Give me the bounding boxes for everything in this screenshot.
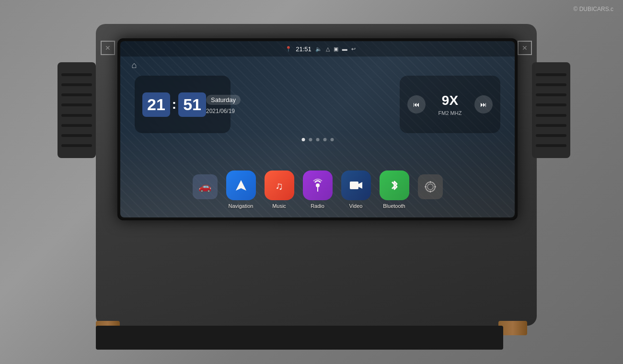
svg-point-7: [427, 184, 433, 190]
screen-outer: 📍 21:51 🔈 △ ▣ ▬ ↩ ⌂ 21 : 51: [117, 38, 518, 220]
home-button[interactable]: ⌂: [127, 58, 141, 72]
apps-row: 🚗 Navigation ♫: [120, 171, 515, 209]
radio-prev-button[interactable]: ⏮: [407, 95, 426, 114]
clock-display: 21 : 51: [142, 92, 206, 117]
svg-marker-0: [236, 180, 246, 191]
right-vent: [532, 62, 570, 158]
infotainment-screen[interactable]: 📍 21:51 🔈 △ ▣ ▬ ↩ ⌂ 21 : 51: [120, 41, 515, 217]
app-item-music[interactable]: ♫ Music: [265, 171, 294, 209]
music-app-label: Music: [272, 203, 286, 209]
radio-app-icon: [303, 171, 333, 200]
clock-date-info: Saturday 2021/06/19: [206, 95, 241, 114]
navigation-app-icon: [226, 171, 256, 200]
navigation-app-label: Navigation: [229, 203, 254, 209]
location-status-icon: 📍: [285, 46, 292, 52]
left-vent: [58, 62, 96, 158]
back-status-icon: ↩: [351, 46, 356, 52]
dot-2[interactable]: [309, 138, 312, 141]
home-bar: ⌂: [120, 57, 515, 74]
svg-marker-5: [358, 182, 362, 189]
radio-frequency: 9X: [442, 93, 458, 108]
clock-day: Saturday: [206, 95, 241, 105]
screenrec-status-icon: ▣: [334, 46, 338, 52]
app-item-navigation[interactable]: Navigation: [226, 171, 256, 209]
clock-minutes: 51: [178, 92, 206, 117]
app-item-video[interactable]: Video: [341, 171, 371, 209]
dot-5[interactable]: [330, 138, 334, 141]
bluetooth-app-icon: [380, 171, 409, 200]
video-app-label: Video: [349, 203, 363, 209]
storage-tray: [96, 326, 503, 350]
svg-text:♫: ♫: [275, 180, 283, 192]
app-item-car[interactable]: 🚗: [193, 174, 218, 209]
svg-rect-4: [350, 182, 358, 189]
car-interior: ✕ ✕ 📍 21:51 🔈 △ ▣ ▬ ↩: [0, 0, 623, 364]
status-bar: 📍 21:51 🔈 △ ▣ ▬ ↩: [120, 41, 515, 57]
radio-next-button[interactable]: ⏭: [474, 95, 493, 114]
dot-3[interactable]: [316, 138, 319, 141]
app-item-radio[interactable]: Radio: [303, 171, 333, 209]
clock-colon: :: [172, 97, 176, 112]
radio-band: FM2 MHZ: [438, 110, 462, 116]
svg-point-2: [316, 183, 320, 187]
clock-widget: 21 : 51 Saturday 2021/06/19: [135, 76, 231, 133]
radio-info: 9X FM2 MHZ: [438, 93, 462, 116]
video-app-icon: [341, 171, 371, 200]
media-status-icon: △: [326, 46, 330, 52]
radio-app-label: Radio: [311, 203, 324, 209]
radio-widget[interactable]: ⏮ 9X FM2 MHZ ⏭: [400, 76, 500, 133]
music-app-icon: ♫: [265, 171, 294, 200]
bluetooth-app-label: Bluetooth: [383, 203, 405, 209]
clock-date: 2021/06/19: [206, 108, 235, 114]
dot-4[interactable]: [323, 138, 326, 141]
minimize-status-icon: ▬: [342, 46, 347, 52]
app-item-settings[interactable]: [418, 174, 443, 209]
page-dots: [301, 138, 334, 141]
clock-hours: 21: [142, 92, 170, 117]
corner-symbol-left: ✕: [101, 41, 115, 55]
volume-status-icon: 🔈: [315, 46, 322, 52]
settings-app-icon: [418, 174, 443, 199]
app-item-bluetooth[interactable]: Bluetooth: [380, 171, 409, 209]
watermark: © DUBICARS.c: [573, 6, 613, 12]
status-time: 21:51: [296, 46, 312, 53]
dot-1[interactable]: [301, 138, 305, 141]
svg-point-6: [426, 182, 435, 192]
corner-symbol-right: ✕: [518, 41, 532, 55]
car-app-icon: 🚗: [193, 174, 218, 199]
